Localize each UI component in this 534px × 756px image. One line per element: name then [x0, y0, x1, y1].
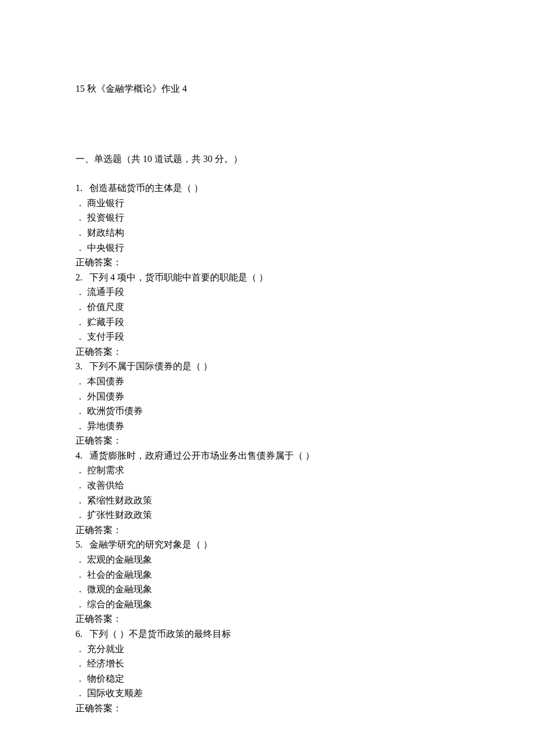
answer-label: 正确答案： — [75, 344, 459, 359]
question-option: ． 国际收支顺差 — [75, 686, 459, 701]
question-option: ． 改善供给 — [75, 478, 459, 493]
answer-label: 正确答案： — [75, 255, 459, 270]
question-option: ． 财政结构 — [75, 225, 459, 240]
question-text: 1. 创造基础货币的主体是（ ） — [75, 181, 459, 196]
question-option: ． 扩张性财政政策 — [75, 507, 459, 523]
answer-label: 正确答案： — [75, 523, 459, 538]
question-text: 4. 通货膨胀时，政府通过公开市场业务出售债券属于（ ） — [75, 448, 459, 463]
question-option: ． 商业银行 — [75, 196, 459, 211]
section-heading: 一、单选题（共 10 道试题，共 30 分。） — [75, 152, 459, 167]
question-option: ． 宏观的金融现象 — [75, 552, 459, 567]
answer-label: 正确答案： — [75, 611, 459, 627]
question-option: ． 综合的金融现象 — [75, 597, 459, 612]
question-stem: 创造基础货币的主体是（ ） — [89, 183, 203, 193]
question-option: ． 价值尺度 — [75, 300, 459, 315]
question-option: ． 支付手段 — [75, 329, 459, 344]
question-option: ． 异地债券 — [75, 419, 459, 434]
question-option: ． 紧缩性财政政策 — [75, 493, 459, 508]
question-option: ． 控制需求 — [75, 463, 459, 478]
question-option: ． 社会的金融现象 — [75, 567, 459, 582]
question-text: 2. 下列 4 项中，货币职能中首要的职能是（ ） — [75, 270, 459, 285]
question-option: ． 欧洲货币债券 — [75, 404, 459, 419]
question-number: 5. — [75, 539, 82, 549]
question-option: ． 充分就业 — [75, 642, 459, 657]
question-number: 3. — [75, 361, 82, 371]
question-number: 1. — [75, 183, 82, 193]
question-option: ． 本国债券 — [75, 374, 459, 389]
question-stem: 下列不属于国际债券的是（ ） — [89, 361, 212, 371]
question-option: ． 经济增长 — [75, 656, 459, 671]
question-option: ． 微观的金融现象 — [75, 582, 459, 597]
question-number: 6. — [75, 629, 82, 639]
question-number: 4. — [75, 451, 82, 460]
question-number: 2. — [75, 272, 82, 282]
question-text: 5. 金融学研究的研究对象是（ ） — [75, 537, 459, 552]
document-page: 15 秋《金融学概论》作业 4 一、单选题（共 10 道试题，共 30 分。） … — [0, 0, 534, 756]
question-option: ． 投资银行 — [75, 210, 459, 225]
question-option: ． 流通手段 — [75, 285, 459, 300]
question-stem: 金融学研究的研究对象是（ ） — [89, 539, 212, 549]
question-stem: 下列（ ）不是货币政策的最终目标 — [89, 629, 231, 639]
question-stem: 通货膨胀时，政府通过公开市场业务出售债券属于（ ） — [89, 451, 315, 460]
question-option: ． 中央银行 — [75, 240, 459, 255]
question-option: ． 物价稳定 — [75, 671, 459, 686]
answer-label: 正确答案： — [75, 433, 459, 448]
question-option: ． 贮藏手段 — [75, 315, 459, 330]
question-text: 6. 下列（ ）不是货币政策的最终目标 — [75, 627, 459, 642]
question-text: 3. 下列不属于国际债券的是（ ） — [75, 359, 459, 374]
question-option: ． 外国债券 — [75, 389, 459, 404]
question-stem: 下列 4 项中，货币职能中首要的职能是（ ） — [89, 272, 268, 282]
answer-label: 正确答案： — [75, 701, 459, 716]
document-title: 15 秋《金融学概论》作业 4 — [75, 81, 459, 96]
